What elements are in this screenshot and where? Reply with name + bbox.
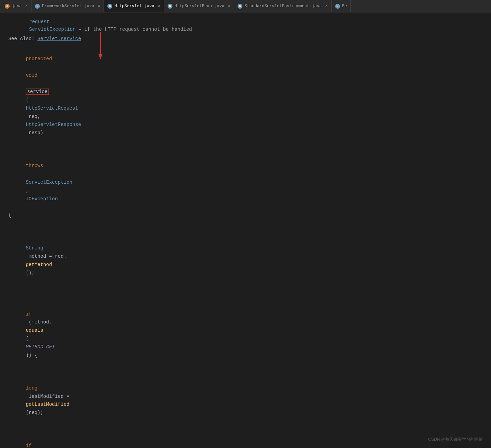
line-if-get: if (method. equals ( METHOD_GET )) { bbox=[8, 294, 483, 368]
method-getlastmodified-1: getLastModified bbox=[26, 402, 69, 407]
tab-httpservletbean[interactable]: C HttpServletBean.java × bbox=[164, 0, 234, 12]
line-signature: protected void service ( HttpServletRequ… bbox=[8, 47, 483, 146]
tab-icon-java: a bbox=[5, 4, 10, 9]
tab-icon-standardservletenvironment: C bbox=[238, 4, 242, 9]
code-area: request ServletException – if the HTTP r… bbox=[0, 12, 491, 448]
tab-label-be: Be bbox=[342, 4, 347, 9]
param-type-request: HttpServletRequest bbox=[26, 106, 78, 111]
kw-if-1: if bbox=[26, 311, 32, 317]
kw-throws: throws bbox=[26, 163, 43, 168]
kw-if-2: if bbox=[26, 443, 32, 448]
line-blank-2 bbox=[8, 285, 483, 294]
kw-void: void bbox=[26, 73, 37, 78]
see-also: See Also: Servlet.service bbox=[0, 35, 491, 43]
doc-request-text: request bbox=[29, 19, 50, 25]
tab-icon-be: C bbox=[335, 4, 340, 9]
tab-be[interactable]: C Be bbox=[332, 0, 351, 12]
tab-label-java: java bbox=[12, 4, 22, 9]
exception-servlet: ServletException bbox=[26, 180, 72, 185]
doc-comment: request ServletException – if the HTTP r… bbox=[0, 18, 491, 34]
see-also-label: See Also: bbox=[8, 36, 35, 42]
tab-label-frameworkservlet: FrameworkServlet.java bbox=[42, 4, 94, 9]
tab-close-standardservletenvironment[interactable]: × bbox=[325, 4, 328, 9]
line-string-method: String method = req. getMethod (); bbox=[8, 228, 483, 286]
line-long-lastmodified-1: long lastModified = getLastModified (req… bbox=[8, 368, 483, 426]
tab-icon-httpservletbean: C bbox=[168, 4, 172, 9]
tab-close-httpservletbean[interactable]: × bbox=[228, 4, 230, 9]
param-type-response: HttpServletResponse bbox=[26, 122, 81, 127]
tab-close-httpservlet[interactable]: × bbox=[158, 4, 160, 9]
tab-bar: a java × C FrameworkServlet.java × C Htt… bbox=[0, 0, 491, 12]
const-method-get: METHOD_GET bbox=[26, 344, 55, 350]
tab-java[interactable]: a java × bbox=[1, 0, 32, 12]
tab-close-frameworkservlet[interactable]: × bbox=[98, 4, 100, 9]
tab-httpservlet[interactable]: C HttpServlet.java × bbox=[104, 0, 164, 12]
doc-line-exception: ServletException – if the HTTP request c… bbox=[8, 26, 483, 33]
method-service-highlighted: service bbox=[26, 89, 49, 95]
kw-long-1: long bbox=[26, 385, 37, 391]
code-lines: protected void service ( HttpServletRequ… bbox=[0, 47, 491, 448]
doc-line-request: request bbox=[8, 18, 483, 26]
tab-label-httpservlet: HttpServlet.java bbox=[114, 4, 154, 9]
exception-io: IOException bbox=[26, 196, 57, 202]
line-throws: throws ServletException , IOException bbox=[8, 146, 483, 211]
doc-exception-text: ServletException bbox=[29, 27, 75, 32]
method-equals-1: equals bbox=[26, 328, 43, 333]
tab-standardservletenvironment[interactable]: C StandardServletEnvironment.java × bbox=[234, 0, 331, 12]
line-brace-open: { bbox=[8, 211, 483, 220]
tab-label-httpservletbean: HttpServletBean.java bbox=[175, 4, 224, 9]
tab-close-java[interactable]: × bbox=[25, 4, 28, 9]
see-also-link[interactable]: Servlet.service bbox=[37, 36, 81, 42]
tab-icon-httpservlet: C bbox=[107, 4, 112, 9]
tab-icon-frameworkservlet: C bbox=[35, 4, 40, 9]
kw-protected: protected bbox=[26, 56, 52, 62]
line-blank-1 bbox=[8, 220, 483, 228]
method-getmethod: getMethod bbox=[26, 262, 52, 267]
tab-label-standardservletenvironment: StandardServletEnvironment.java bbox=[244, 4, 322, 9]
type-string: String bbox=[26, 245, 43, 251]
doc-exception-desc: – if the HTTP request cannot be handled bbox=[75, 27, 192, 32]
line-if-lastmodified: if (lastModified == -1 ) { bbox=[8, 426, 483, 448]
watermark: CSDN @每天都要学习的阿荣 bbox=[428, 437, 483, 442]
tab-frameworkservlet[interactable]: C FrameworkServlet.java × bbox=[32, 0, 104, 12]
